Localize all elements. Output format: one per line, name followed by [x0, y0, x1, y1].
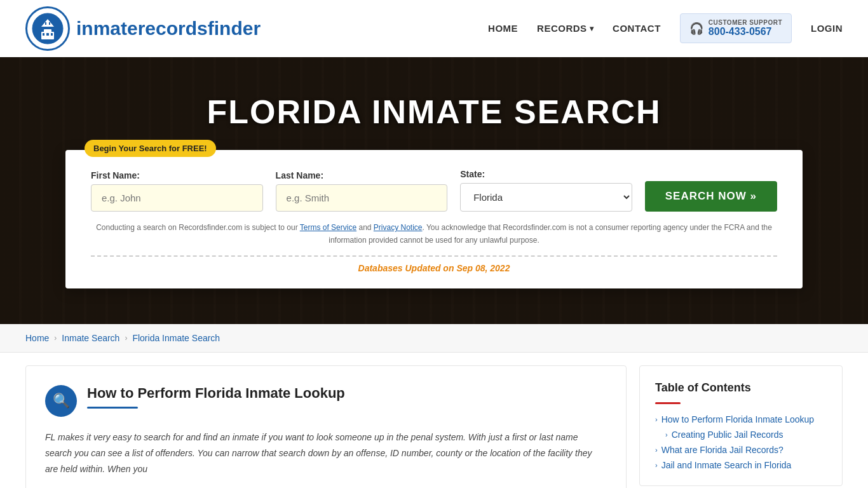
hero-section: FLORIDA INMATE SEARCH Begin Your Search …: [0, 57, 868, 324]
state-select[interactable]: Florida Alabama Alaska Arizona Californi…: [460, 183, 632, 212]
toc-item-1[interactable]: › How to Perform Florida Inmate Lookup: [655, 414, 827, 424]
toc-card: Table of Contents › How to Perform Flori…: [639, 365, 843, 486]
toc-list: › How to Perform Florida Inmate Lookup ›…: [655, 414, 827, 470]
breadcrumb-sep-1: ›: [54, 334, 57, 342]
disclaimer-text: Conducting a search on Recordsfinder.com…: [91, 222, 777, 246]
article-header: 🔍 How to Perform Florida Inmate Lookup: [45, 385, 607, 417]
free-badge: Begin Your Search for FREE!: [85, 140, 216, 157]
breadcrumb: Home › Inmate Search › Florida Inmate Se…: [0, 324, 868, 353]
site-header: inmaterecordsfinder HOME RECORDS CONTACT…: [0, 0, 868, 57]
first-name-input[interactable]: [91, 184, 263, 212]
toc-link-4[interactable]: Jail and Inmate Search in Florida: [661, 460, 792, 470]
svg-rect-8: [45, 22, 46, 25]
state-group: State: Florida Alabama Alaska Arizona Ca…: [460, 169, 632, 212]
headset-icon: 🎧: [689, 22, 703, 36]
db-date: Sep 08, 2022: [456, 263, 510, 273]
first-name-label: First Name:: [91, 170, 263, 180]
article-title: How to Perform Florida Inmate Lookup: [87, 385, 607, 402]
logo-icon: [25, 6, 70, 51]
search-fields: First Name: Last Name: State: Florida Al…: [91, 169, 777, 212]
svg-rect-5: [46, 33, 49, 36]
last-name-group: Last Name:: [276, 170, 448, 212]
db-updated: Databases Updated on Sep 08, 2022: [91, 263, 777, 273]
divider: [91, 255, 777, 257]
toc-link-1[interactable]: How to Perform Florida Inmate Lookup: [661, 414, 814, 424]
toc-item-2[interactable]: › Creating Public Jail Records: [655, 430, 827, 440]
toc-item-3[interactable]: › What are Florida Jail Records?: [655, 445, 827, 455]
last-name-label: Last Name:: [276, 170, 448, 180]
article-title-block: How to Perform Florida Inmate Lookup: [87, 385, 607, 409]
support-label: CUSTOMER SUPPORT: [709, 19, 782, 26]
toc-item-4[interactable]: › Jail and Inmate Search in Florida: [655, 460, 827, 470]
chevron-icon: ›: [655, 416, 658, 423]
article-title-underline: [87, 407, 138, 409]
breadcrumb-home[interactable]: Home: [25, 333, 49, 343]
toc-divider: [655, 402, 681, 404]
tos-link[interactable]: Terms of Service: [300, 223, 356, 232]
support-phone: 800-433-0567: [709, 26, 782, 37]
nav-home[interactable]: HOME: [488, 23, 518, 34]
svg-rect-7: [46, 36, 50, 39]
breadcrumb-inmate-search[interactable]: Inmate Search: [62, 333, 119, 343]
main-nav: HOME RECORDS CONTACT 🎧 CUSTOMER SUPPORT …: [488, 13, 843, 43]
logo-text: inmaterecordsfinder: [76, 18, 261, 39]
main-content: 🔍 How to Perform Florida Inmate Lookup F…: [0, 353, 868, 488]
sidebar: Table of Contents › How to Perform Flori…: [639, 365, 843, 488]
chevron-icon-4: ›: [655, 461, 658, 469]
nav-login[interactable]: LOGIN: [811, 23, 843, 34]
hero-title: FLORIDA INMATE SEARCH: [194, 74, 674, 137]
last-name-input[interactable]: [276, 184, 448, 212]
support-info: CUSTOMER SUPPORT 800-433-0567: [709, 19, 782, 37]
toc-title: Table of Contents: [655, 381, 827, 395]
nav-records[interactable]: RECORDS: [537, 23, 593, 34]
customer-support[interactable]: 🎧 CUSTOMER SUPPORT 800-433-0567: [680, 13, 792, 43]
svg-rect-6: [51, 33, 53, 36]
article-section: 🔍 How to Perform Florida Inmate Lookup F…: [25, 365, 627, 488]
svg-rect-4: [43, 33, 44, 36]
chevron-icon-3: ›: [655, 446, 658, 454]
chevron-icon-2: ›: [665, 431, 668, 438]
first-name-group: First Name:: [91, 170, 263, 212]
toc-link-2[interactable]: Creating Public Jail Records: [672, 430, 783, 440]
search-card: Begin Your Search for FREE! First Name: …: [65, 150, 803, 288]
breadcrumb-current: Florida Inmate Search: [132, 333, 220, 343]
breadcrumb-sep-2: ›: [125, 334, 127, 342]
toc-link-3[interactable]: What are Florida Jail Records?: [661, 445, 783, 455]
logo[interactable]: inmaterecordsfinder: [25, 6, 261, 51]
state-label: State:: [460, 169, 632, 179]
article-body: FL makes it very easy to search for and …: [45, 430, 607, 478]
privacy-link[interactable]: Privacy Notice: [374, 223, 423, 232]
search-button[interactable]: SEARCH NOW »: [645, 181, 777, 212]
svg-rect-2: [44, 29, 51, 33]
nav-contact[interactable]: CONTACT: [613, 23, 661, 34]
article-search-icon: 🔍: [45, 385, 77, 417]
svg-rect-9: [49, 22, 50, 25]
